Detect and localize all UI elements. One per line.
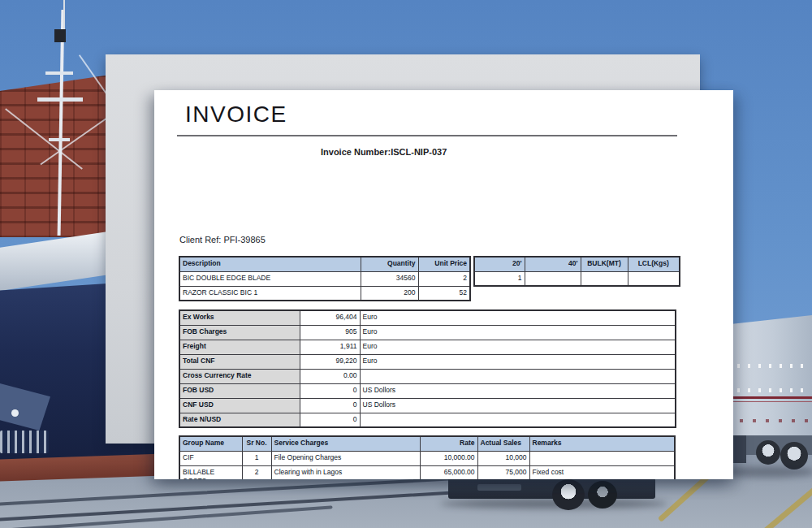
items-header-row: Description Quantity Unit Price bbox=[179, 257, 470, 271]
truck-chassis-bottom bbox=[448, 478, 655, 513]
col-lcl: LCL(Kgs) bbox=[628, 257, 680, 271]
trailer-rivet-row bbox=[727, 388, 811, 392]
service-actual: 10,000 bbox=[477, 451, 529, 465]
col-bulk: BULK(MT) bbox=[581, 257, 628, 271]
trailer-red-stripe bbox=[725, 396, 812, 399]
charge-label: Ex Works bbox=[179, 310, 300, 325]
chassis-wheel bbox=[588, 481, 617, 509]
service-group: BILLABLE COSTS bbox=[179, 465, 242, 479]
col-40ft: 40' bbox=[525, 257, 581, 271]
item-unit-price: 2 bbox=[418, 271, 470, 286]
charges-row: CNF USD 0 US Dollors bbox=[179, 398, 676, 413]
charge-currency bbox=[360, 413, 676, 427]
charge-amount: 96,404 bbox=[300, 310, 360, 325]
charge-currency: US Dollors bbox=[360, 383, 676, 398]
col-remarks: Remarks bbox=[529, 436, 675, 451]
val-bulk bbox=[581, 271, 628, 286]
charge-label: Total CNF bbox=[179, 354, 300, 369]
item-row: RAZOR CLASSIC BIC 1 200 52 bbox=[179, 286, 470, 301]
charge-currency: US Dollors bbox=[360, 398, 676, 413]
container-table: 20' 40' BULK(MT) LCL(Kgs) 1 bbox=[473, 256, 680, 287]
redacted-address-block bbox=[164, 171, 469, 214]
service-name: Clearing with in Lagos bbox=[271, 465, 420, 479]
item-quantity: 34560 bbox=[361, 271, 418, 286]
hull-porthole bbox=[11, 409, 19, 417]
chassis-wheel bbox=[552, 479, 585, 510]
service-rate: 10,000.00 bbox=[420, 451, 477, 465]
service-remarks bbox=[529, 451, 675, 465]
charge-amount: 0 bbox=[300, 383, 360, 398]
charges-row: FOB Charges 905 Euro bbox=[179, 325, 676, 340]
col-sr-no: Sr No. bbox=[242, 436, 271, 451]
charge-currency bbox=[360, 369, 676, 383]
charge-currency: Euro bbox=[360, 310, 676, 325]
items-table: Description Quantity Unit Price BIC DOUB… bbox=[179, 256, 471, 301]
trailer-wheel bbox=[780, 442, 808, 470]
col-rate: Rate bbox=[420, 436, 477, 451]
service-sr: 2 bbox=[242, 465, 271, 479]
mast-crossbar bbox=[45, 71, 73, 75]
trailer-red-stripe-thin bbox=[725, 401, 812, 402]
charges-row: Cross Currency Rate 0.00 bbox=[179, 369, 676, 383]
item-row: BIC DOUBLE EDGE BLADE 34560 2 bbox=[179, 271, 470, 286]
charge-currency: Euro bbox=[360, 325, 676, 340]
charge-amount: 0 bbox=[300, 413, 360, 427]
service-name: File Opening Charges bbox=[271, 451, 420, 465]
charge-label: FOB Charges bbox=[179, 325, 300, 340]
invoice-document: INVOICE Invoice Number:ISCL-NIP-037 Clie… bbox=[154, 90, 733, 479]
service-remarks: Fixed cost bbox=[529, 465, 675, 479]
charge-amount: 0.00 bbox=[300, 369, 360, 383]
col-group-name: Group Name bbox=[179, 436, 242, 451]
col-unit-price: Unit Price bbox=[418, 257, 470, 271]
charge-label: FOB USD bbox=[179, 383, 300, 398]
item-unit-price: 52 bbox=[418, 286, 470, 301]
service-row: CIF 1 File Opening Charges 10,000.00 10,… bbox=[179, 451, 675, 465]
title-divider bbox=[177, 135, 677, 136]
port-scene: INVOICE Invoice Number:ISCL-NIP-037 Clie… bbox=[0, 0, 812, 528]
trailer-lower-rivets bbox=[727, 419, 811, 422]
services-header-row: Group Name Sr No. Service Charges Rate A… bbox=[179, 436, 675, 451]
service-rate: 65,000.00 bbox=[420, 465, 477, 479]
charge-amount: 0 bbox=[300, 398, 360, 413]
service-group: CIF bbox=[179, 451, 242, 465]
trailer-wheel bbox=[756, 440, 780, 465]
charges-row: FOB USD 0 US Dollors bbox=[179, 383, 676, 398]
mast-crossbar bbox=[49, 138, 70, 141]
hull-hatch bbox=[0, 383, 50, 431]
col-actual-sales: Actual Sales bbox=[477, 436, 529, 451]
val-20ft: 1 bbox=[474, 271, 525, 286]
charges-row: Total CNF 99,220 Euro bbox=[179, 354, 676, 369]
service-sr: 1 bbox=[242, 451, 271, 465]
col-description: Description bbox=[179, 257, 361, 271]
invoice-number: Invoice Number:ISCL-NIP-037 bbox=[321, 147, 447, 157]
charge-amount: 1,911 bbox=[300, 340, 360, 354]
charges-table: Ex Works 96,404 Euro FOB Charges 905 Eur… bbox=[179, 309, 676, 428]
service-actual: 75,000 bbox=[477, 465, 529, 479]
mast-crossbar bbox=[37, 97, 83, 102]
charge-label: Rate N/USD bbox=[179, 413, 300, 427]
service-charges-table: Group Name Sr No. Service Charges Rate A… bbox=[179, 435, 676, 479]
charge-currency: Euro bbox=[360, 340, 676, 354]
item-description: BIC DOUBLE EDGE BLADE bbox=[179, 271, 361, 286]
trailer-body bbox=[725, 315, 812, 435]
truck-trailer bbox=[725, 305, 812, 479]
col-quantity: Quantity bbox=[361, 257, 418, 271]
charge-amount: 99,220 bbox=[300, 354, 360, 369]
val-40ft bbox=[525, 271, 581, 286]
val-lcl bbox=[628, 271, 680, 286]
trailer-rivet-row bbox=[727, 364, 811, 368]
col-20ft: 20' bbox=[474, 257, 525, 271]
col-service-charges: Service Charges bbox=[271, 436, 420, 451]
charge-label: CNF USD bbox=[179, 398, 300, 413]
mast-antenna bbox=[63, 0, 65, 32]
charge-label: Freight bbox=[179, 340, 300, 354]
item-description: RAZOR CLASSIC BIC 1 bbox=[179, 286, 361, 301]
waterline-glint bbox=[0, 431, 49, 453]
item-quantity: 200 bbox=[361, 286, 418, 301]
client-ref: Client Ref: PFI-39865 bbox=[179, 235, 266, 245]
container-row: 1 bbox=[474, 271, 680, 286]
service-row: BILLABLE COSTS 2 Clearing with in Lagos … bbox=[179, 465, 675, 479]
charges-row: Freight 1,911 Euro bbox=[179, 340, 676, 354]
charges-row: Rate N/USD 0 bbox=[179, 413, 676, 427]
container-header-row: 20' 40' BULK(MT) LCL(Kgs) bbox=[474, 257, 680, 271]
